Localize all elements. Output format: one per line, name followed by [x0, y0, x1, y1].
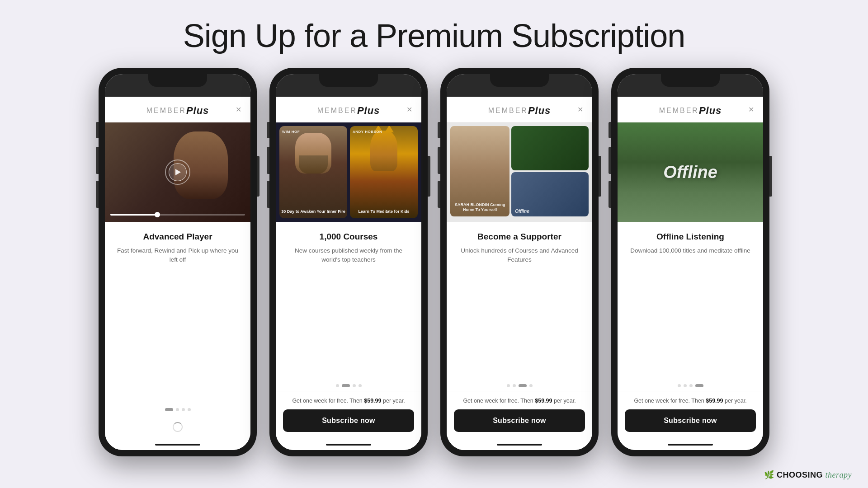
page-title: Sign Up for a Premium Subscription: [183, 17, 685, 54]
supporter-item-leaf: [511, 126, 589, 170]
supporter-item-offline: Offline: [511, 172, 589, 216]
phone-2-header: MEMBERPlus ✕: [276, 97, 421, 122]
phone-volume-down: [96, 181, 99, 208]
member-label-1: MEMBER: [146, 107, 186, 115]
feature-desc-3: Unlock hundreds of Courses and Advanced …: [456, 246, 583, 265]
dot-4-1: [678, 384, 681, 387]
member-label-4: MEMBER: [659, 107, 699, 115]
dot-3-1: [507, 384, 510, 387]
branding: 🌿 CHOOSING therapy: [764, 470, 852, 480]
phone-2-app: MEMBERPlus ✕ WIM HOF 30 Day to Awaken Yo…: [276, 97, 421, 450]
phone-1: MEMBERPlus ✕: [99, 68, 257, 456]
pricing-text-3: Get one week for free. Then $59.99 per y…: [454, 398, 585, 404]
dot-1-2: [176, 408, 179, 411]
home-bar-line-1: [155, 444, 200, 446]
fox-ear-right: [385, 126, 394, 132]
close-button-2[interactable]: ✕: [404, 104, 414, 114]
phone-power-btn: [257, 156, 259, 197]
play-overlay: [165, 160, 190, 185]
pagination-dots-4: [618, 380, 763, 391]
phone-3-bottom: Get one week for free. Then $59.99 per y…: [447, 391, 592, 439]
subscribe-button-4[interactable]: Subscribe now: [625, 409, 756, 432]
offline-title: Offline: [663, 163, 717, 182]
pricing-text-4: Get one week for free. Then $59.99 per y…: [625, 398, 756, 404]
supporter-grid: SARAH BLONDIN Coming Home To Yourself Of…: [447, 122, 592, 222]
course-2-label: Learn To Meditate for Kids: [352, 209, 416, 215]
feature-desc-2: New courses published weekly from the wo…: [285, 246, 412, 265]
dot-3-3: [519, 384, 527, 387]
phone-1-feature-text: Advanced Player Fast forward, Rewind and…: [105, 222, 250, 404]
close-button-1[interactable]: ✕: [233, 104, 243, 114]
home-bar-line-4: [668, 444, 713, 446]
phone-4-screen: MEMBERPlus ✕ Offline Offline Listening D…: [618, 74, 763, 450]
courses-grid: WIM HOF 30 Day to Awaken Your Inner Fire…: [276, 122, 421, 222]
phone-3-top-bar: [447, 74, 592, 97]
branding-therapy: therapy: [826, 470, 852, 479]
branding-text: CHOOSING therapy: [777, 470, 852, 480]
pagination-dots-2: [276, 380, 421, 391]
phone-3-app: MEMBERPlus ✕ SARAH BLONDIN Coming Home T…: [447, 97, 592, 450]
phone-1-screen: MEMBERPlus ✕: [105, 74, 250, 450]
phone-4-app: MEMBERPlus ✕ Offline Offline Listening D…: [618, 97, 763, 450]
branding-icon: 🌿: [764, 470, 774, 480]
phone-2-top-bar: [276, 74, 421, 97]
phone-4-power-btn: [769, 156, 772, 197]
dot-3-2: [513, 384, 516, 387]
phone-2: MEMBERPlus ✕ WIM HOF 30 Day to Awaken Yo…: [269, 68, 428, 456]
phone-2-volume-up: [267, 147, 269, 174]
feature-desc-1: Fast forward, Rewind and Pick up where y…: [114, 246, 241, 265]
phone-1-app: MEMBERPlus ✕: [105, 97, 250, 450]
feature-title-4: Offline Listening: [627, 232, 754, 242]
feature-title-2: 1,000 Courses: [285, 232, 412, 242]
phone-1-feature-image: [105, 122, 250, 222]
phone-4-feature-image: Offline: [618, 122, 763, 222]
phone-4-header: MEMBERPlus ✕: [618, 97, 763, 122]
dot-2-4: [359, 384, 362, 387]
phone-3-volume-down: [438, 181, 440, 208]
pagination-dots-1: [105, 404, 250, 415]
fox-illustration: [370, 131, 397, 171]
course-1-label: 30 Day to Awaken Your Inner Fire: [281, 209, 345, 215]
phone-2-feature-text: 1,000 Courses New courses published week…: [276, 222, 421, 380]
dot-4-3: [689, 384, 693, 387]
spinner-icon: [173, 422, 183, 432]
home-bar-line-3: [497, 444, 542, 446]
dot-4-4: [695, 384, 703, 387]
course-1-teacher: WIM HOF: [282, 130, 300, 134]
man-portrait: [295, 133, 331, 174]
home-bar-2: [276, 439, 421, 450]
dot-4-2: [684, 384, 687, 387]
dot-3-4: [529, 384, 533, 387]
feature-title-3: Become a Supporter: [456, 232, 583, 242]
subscribe-button-2[interactable]: Subscribe now: [283, 409, 414, 432]
course-card-1: WIM HOF 30 Day to Awaken Your Inner Fire: [279, 126, 347, 218]
phone-3: MEMBERPlus ✕ SARAH BLONDIN Coming Home T…: [440, 68, 599, 456]
close-button-4[interactable]: ✕: [746, 104, 756, 114]
dot-2-2: [342, 384, 350, 387]
phone-4-volume-down: [609, 181, 611, 208]
phone-2-power-btn: [428, 156, 430, 197]
phone-4-volume-up: [609, 147, 611, 174]
phone-2-bottom: Get one week for free. Then $59.99 per y…: [276, 391, 421, 439]
plus-label-1: Plus: [186, 105, 209, 117]
home-bar-line-2: [326, 444, 371, 446]
course-2-teacher: ANDY HOBSON: [353, 130, 382, 134]
close-button-3[interactable]: ✕: [575, 104, 585, 114]
phone-2-screen: MEMBERPlus ✕ WIM HOF 30 Day to Awaken Yo…: [276, 74, 421, 450]
offline-bg: Offline: [618, 122, 763, 222]
phone-3-feature-image: SARAH BLONDIN Coming Home To Yourself Of…: [447, 122, 592, 222]
loading-spinner: [105, 415, 250, 439]
member-label-3: MEMBER: [488, 107, 528, 115]
home-bar-3: [447, 439, 592, 450]
player-progress-fill: [110, 214, 157, 216]
member-label-2: MEMBER: [317, 107, 357, 115]
man-beard: [299, 155, 328, 174]
subscribe-button-3[interactable]: Subscribe now: [454, 409, 585, 432]
pagination-dots-3: [447, 380, 592, 391]
phone-4: MEMBERPlus ✕ Offline Offline Listening D…: [611, 68, 769, 456]
feature-desc-4: Download 100,000 titles and meditate off…: [627, 246, 754, 255]
plus-label-2: Plus: [357, 105, 380, 117]
phone-3-feature-text: Become a Supporter Unlock hundreds of Co…: [447, 222, 592, 380]
phone-4-bottom: Get one week for free. Then $59.99 per y…: [618, 391, 763, 439]
phone-4-feature-text: Offline Listening Download 100,000 title…: [618, 222, 763, 380]
